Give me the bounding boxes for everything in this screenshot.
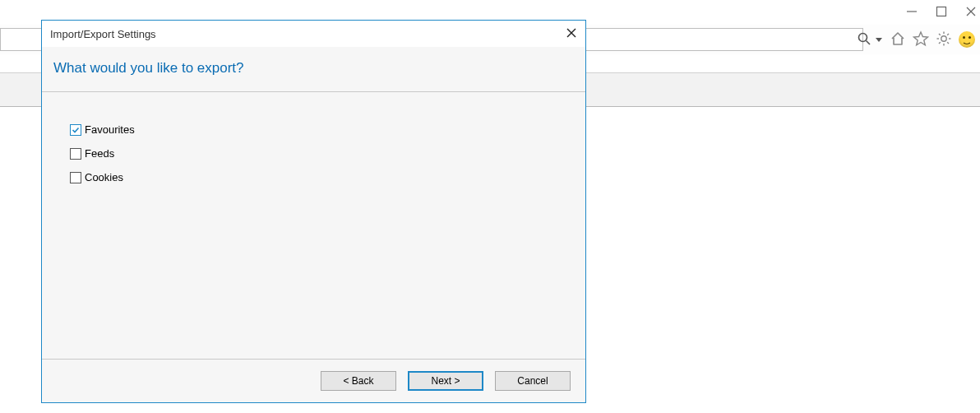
checkbox-cookies[interactable] <box>70 172 81 183</box>
option-favourites[interactable]: Favourites <box>70 123 574 136</box>
option-cookies[interactable]: Cookies <box>70 171 574 183</box>
option-label: Feeds <box>85 147 114 160</box>
dialog-titlebar: Import/Export Settings <box>42 21 585 47</box>
checkbox-feeds[interactable] <box>70 148 81 160</box>
window-controls <box>906 2 977 21</box>
cancel-button[interactable]: Cancel <box>495 371 571 391</box>
maximize-icon[interactable] <box>936 6 947 17</box>
svg-line-6 <box>867 40 871 44</box>
smiley-icon[interactable] <box>959 31 975 48</box>
search-group[interactable] <box>857 31 883 49</box>
checkbox-favourites[interactable] <box>70 124 81 136</box>
import-export-dialog: Import/Export Settings What would you li… <box>41 20 586 403</box>
dialog-body: Favourites Feeds Cookies <box>42 92 585 359</box>
svg-point-5 <box>859 33 867 41</box>
close-icon[interactable] <box>965 6 977 17</box>
search-dropdown-icon[interactable] <box>875 34 883 46</box>
svg-rect-1 <box>937 7 946 16</box>
option-label: Cookies <box>85 171 123 183</box>
svg-line-13 <box>939 34 941 35</box>
toolbar-icons <box>857 28 975 51</box>
search-icon[interactable] <box>857 31 871 49</box>
option-label: Favourites <box>85 123 135 136</box>
dialog-title: Import/Export Settings <box>50 28 566 40</box>
favorites-icon[interactable] <box>913 30 929 49</box>
svg-line-16 <box>947 34 949 35</box>
minimize-icon[interactable] <box>906 6 918 17</box>
svg-point-8 <box>941 35 946 40</box>
dialog-footer: < Back Next > Cancel <box>42 359 585 402</box>
option-feeds[interactable]: Feeds <box>70 147 574 160</box>
back-button[interactable]: < Back <box>321 371 396 391</box>
next-button[interactable]: Next > <box>408 371 483 391</box>
gear-icon[interactable] <box>936 30 952 49</box>
home-icon[interactable] <box>890 30 906 49</box>
svg-marker-7 <box>876 38 882 42</box>
svg-line-15 <box>939 42 941 44</box>
dialog-close-icon[interactable] <box>566 27 577 41</box>
dialog-heading: What would you like to export? <box>42 47 585 91</box>
svg-line-14 <box>947 42 949 44</box>
